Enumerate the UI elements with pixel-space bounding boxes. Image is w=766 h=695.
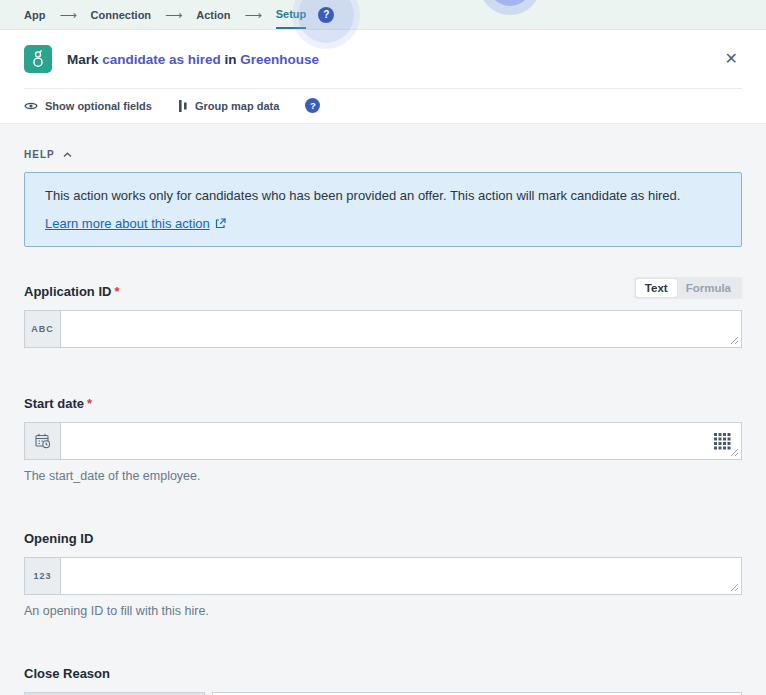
- breadcrumb-item-action[interactable]: Action: [196, 0, 230, 29]
- group-bars-icon: [178, 100, 188, 112]
- resize-handle-icon[interactable]: [730, 336, 739, 345]
- breadcrumb-arrow-icon: ⟶: [165, 0, 182, 29]
- toggle-option-text[interactable]: Text: [636, 279, 677, 297]
- data-picker-grid-icon[interactable]: [714, 433, 731, 450]
- field-opening-id: Opening ID 123 An opening ID to fill wit…: [24, 531, 742, 618]
- show-optional-fields-button[interactable]: Show optional fields: [24, 100, 152, 112]
- start-date-label: Start date*: [24, 396, 742, 411]
- greenhouse-logo-icon: [24, 45, 52, 73]
- text-type-addon: ABC: [25, 311, 61, 347]
- page-title: Mark candidate as hired in Greenhouse: [67, 52, 319, 67]
- toggle-option-formula[interactable]: Formula: [677, 279, 740, 297]
- application-id-input[interactable]: [61, 311, 741, 347]
- opening-id-helper: An opening ID to fill with this hire.: [24, 604, 742, 618]
- field-application-id: Application ID* Text Formula ABC: [24, 277, 742, 348]
- breadcrumb-arrow-icon: ⟶: [59, 0, 76, 29]
- setup-form: HELP This action works only for candidat…: [0, 124, 766, 695]
- toolbar-help-icon[interactable]: ?: [305, 98, 320, 113]
- breadcrumb-arrow-icon: ⟶: [245, 0, 262, 29]
- calendar-clock-icon: [25, 423, 61, 459]
- breadcrumb-item-app[interactable]: App: [24, 0, 45, 29]
- group-map-data-button[interactable]: Group map data: [178, 100, 279, 112]
- breadcrumb-item-setup[interactable]: Setup: [276, 0, 307, 29]
- help-text: This action works only for candidates wh…: [45, 187, 721, 205]
- eye-icon: [24, 101, 38, 111]
- breadcrumb-help-icon[interactable]: ?: [318, 7, 334, 23]
- opening-id-input[interactable]: [61, 558, 741, 594]
- close-icon[interactable]: ✕: [721, 49, 742, 69]
- close-reason-label: Close Reason: [24, 666, 742, 681]
- close-reason-value-dropdown[interactable]: Select a value: [212, 692, 742, 695]
- learn-more-link[interactable]: Learn more about this action: [45, 216, 210, 231]
- resize-handle-icon[interactable]: [730, 448, 739, 457]
- help-info-box: This action works only for candidates wh…: [24, 172, 742, 247]
- breadcrumb: App ⟶ Connection ⟶ Action ⟶ Setup ?: [0, 0, 766, 30]
- start-date-input[interactable]: [61, 423, 741, 459]
- help-section-toggle[interactable]: HELP: [24, 149, 742, 160]
- close-reason-source-dropdown[interactable]: Select from list: [24, 692, 205, 695]
- text-formula-toggle: Text Formula: [634, 277, 742, 299]
- external-link-icon: [215, 218, 226, 229]
- required-asterisk: *: [114, 284, 119, 299]
- required-asterisk: *: [87, 396, 92, 411]
- breadcrumb-item-connection[interactable]: Connection: [91, 0, 152, 29]
- field-close-reason: Close Reason Select from list Select a v…: [24, 666, 742, 695]
- action-header-card: Mark candidate as hired in Greenhouse ✕ …: [0, 30, 766, 124]
- application-id-label: Application ID*: [24, 284, 119, 299]
- field-start-date: Start date*: [24, 396, 742, 483]
- number-type-addon: 123: [25, 558, 61, 594]
- start-date-helper: The start_date of the employee.: [24, 469, 742, 483]
- opening-id-label: Opening ID: [24, 531, 742, 546]
- chevron-up-icon: [63, 152, 72, 158]
- resize-handle-icon[interactable]: [730, 583, 739, 592]
